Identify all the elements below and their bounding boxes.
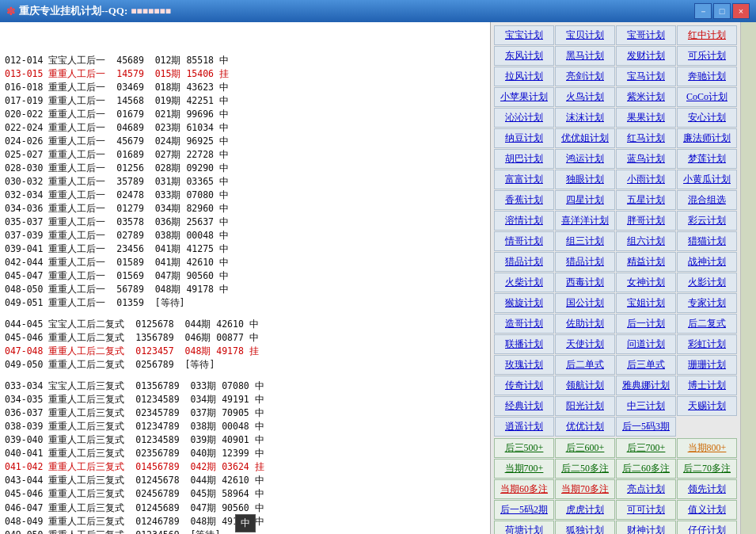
plan-link[interactable]: 独眼计划 (555, 170, 615, 189)
plan-link[interactable]: 可乐计划 (677, 46, 737, 66)
bottom-link-item[interactable]: 虎虎计划 (555, 500, 615, 520)
bottom-link-item[interactable]: 后三600+ (555, 438, 615, 458)
plan-link[interactable]: 后二单式 (555, 355, 615, 375)
plan-link[interactable]: 玫瑰计划 (494, 355, 554, 375)
plan-link[interactable]: 红马计划 (616, 128, 676, 148)
plan-link[interactable]: 蓝鸟计划 (616, 149, 676, 169)
bottom-link-item[interactable]: 亮点计划 (616, 479, 676, 499)
plan-link[interactable]: 黑马计划 (555, 46, 615, 66)
bottom-link-item[interactable]: 值义计划 (677, 500, 737, 520)
plan-text-area[interactable]: 012-014 宝宝人工后一 45689 012期 85518 中013-015… (0, 22, 490, 534)
plan-link[interactable]: 猎品计划 (555, 252, 615, 272)
plan-link[interactable]: 宝马计划 (616, 67, 676, 86)
bottom-link-item[interactable]: 后二70多注 (677, 459, 737, 479)
bottom-link-item[interactable]: 后二50多注 (555, 459, 615, 479)
plan-link[interactable]: 女神计划 (616, 273, 676, 292)
plan-link[interactable]: 后一计划 (616, 314, 676, 334)
plan-link[interactable]: 天使计划 (555, 334, 615, 354)
plan-link[interactable]: 小苹果计划 (494, 87, 554, 107)
plan-link[interactable]: 沫沫计划 (555, 108, 615, 128)
plan-link[interactable]: 果果计划 (616, 108, 676, 128)
plan-link[interactable]: 中三计划 (616, 396, 676, 416)
plan-link[interactable]: 后一5码3期 (616, 417, 676, 437)
plan-link[interactable]: 溶情计划 (494, 211, 554, 231)
plan-link[interactable]: 博士计划 (677, 376, 737, 395)
plan-link[interactable]: 经典计划 (494, 396, 554, 416)
plan-link[interactable]: 猎品计划 (494, 252, 554, 272)
plan-link[interactable]: CoCo计划 (677, 87, 737, 107)
right-panel[interactable]: 宝宝计划宝贝计划宝哥计划红中计划东风计划黑马计划发财计划可乐计划拉风计划亮剑计划… (491, 22, 740, 534)
bottom-link-item[interactable]: 后三700+ (616, 438, 676, 458)
plan-link[interactable]: 组三计划 (555, 231, 615, 251)
plan-link[interactable]: 亮剑计划 (555, 67, 615, 86)
bottom-link-item[interactable]: 领先计划 (677, 479, 737, 499)
plan-link[interactable]: 五星计划 (616, 190, 676, 210)
plan-link[interactable]: 沁沁计划 (494, 108, 554, 128)
bottom-link-item[interactable]: 荷塘计划 (494, 521, 554, 534)
minimize-button[interactable]: － (694, 3, 712, 19)
plan-link[interactable]: 组六计划 (616, 231, 676, 251)
plan-link[interactable]: 造哥计划 (494, 314, 554, 334)
bottom-link-item[interactable]: 可可计划 (616, 500, 676, 520)
plan-link[interactable]: 彩云计划 (677, 211, 737, 231)
plan-link[interactable]: 优优姐计划 (555, 128, 615, 148)
plan-link[interactable]: 喜洋洋计划 (555, 211, 615, 231)
plan-link[interactable]: 阳光计划 (555, 396, 615, 416)
plan-link[interactable]: 梦莲计划 (677, 149, 737, 169)
plan-link[interactable]: 火柴计划 (494, 273, 554, 292)
plan-link[interactable]: 廉法师计划 (677, 128, 737, 148)
plan-link[interactable]: 联播计划 (494, 334, 554, 354)
bottom-link-item[interactable]: 后一5码2期 (494, 500, 554, 520)
plan-link[interactable]: 传奇计划 (494, 376, 554, 395)
plan-link[interactable]: 优优计划 (555, 417, 615, 437)
plan-link[interactable]: 富富计划 (494, 170, 554, 189)
bottom-link-item[interactable]: 当期700+ (494, 459, 554, 479)
bottom-link-item[interactable]: 当期70多注 (555, 479, 615, 499)
close-button[interactable]: × (732, 3, 750, 19)
plan-link[interactable]: 国公计划 (555, 293, 615, 313)
plan-link[interactable]: 彩虹计划 (677, 334, 737, 354)
plan-link[interactable]: 混合组选 (677, 190, 737, 210)
bottom-link-item[interactable]: 后三500+ (494, 438, 554, 458)
plan-link[interactable]: 逍遥计划 (494, 417, 554, 437)
plan-link[interactable]: 雅典娜计划 (616, 376, 676, 395)
plan-link[interactable]: 后三单式 (616, 355, 676, 375)
plan-link[interactable]: 宝贝计划 (555, 25, 615, 45)
plan-link[interactable]: 拉风计划 (494, 67, 554, 86)
plan-link[interactable]: 佐助计划 (555, 314, 615, 334)
plan-link[interactable]: 安心计划 (677, 108, 737, 128)
plan-link[interactable]: 宝哥计划 (616, 25, 676, 45)
plan-link[interactable]: 纳豆计划 (494, 128, 554, 148)
plan-link[interactable]: 紫米计划 (616, 87, 676, 107)
plan-link[interactable]: 火鸟计划 (555, 87, 615, 107)
plan-link[interactable]: 情哥计划 (494, 231, 554, 251)
plan-link[interactable]: 胡巴计划 (494, 149, 554, 169)
plan-link[interactable]: 领航计划 (555, 376, 615, 395)
bottom-link-item[interactable]: 当期60多注 (494, 479, 554, 499)
plan-link[interactable]: 问道计划 (616, 334, 676, 354)
bottom-link-item[interactable]: 仔仔计划 (677, 521, 737, 534)
plan-link[interactable]: 火影计划 (677, 273, 737, 292)
plan-link[interactable]: 四星计划 (555, 190, 615, 210)
plan-link[interactable]: 后二复式 (677, 314, 737, 334)
maximize-button[interactable]: □ (713, 3, 731, 19)
plan-link[interactable]: 猎猫计划 (677, 231, 737, 251)
plan-link[interactable]: 小雨计划 (616, 170, 676, 189)
plan-link[interactable]: 珊珊计划 (677, 355, 737, 375)
bottom-link-item[interactable]: 狐独计划 (555, 521, 615, 534)
plan-link[interactable]: 战神计划 (677, 252, 737, 272)
plan-link[interactable]: 奔驰计划 (677, 67, 737, 86)
plan-link[interactable]: 鸿运计划 (555, 149, 615, 169)
bottom-link-item[interactable]: 财神计划 (616, 521, 676, 534)
plan-link[interactable]: 专家计划 (677, 293, 737, 313)
plan-link[interactable]: 天赐计划 (677, 396, 737, 416)
plan-link[interactable]: 胖哥计划 (616, 211, 676, 231)
bottom-link-item[interactable]: 当期800+ (677, 438, 737, 458)
bottom-link-item[interactable]: 后二60多注 (616, 459, 676, 479)
plan-link[interactable]: 东风计划 (494, 46, 554, 66)
plan-link[interactable]: 猴旋计划 (494, 293, 554, 313)
plan-link[interactable]: 西毒计划 (555, 273, 615, 292)
plan-link[interactable]: 小黄瓜计划 (677, 170, 737, 189)
plan-link[interactable]: 香蕉计划 (494, 190, 554, 210)
plan-link[interactable]: 精益计划 (616, 252, 676, 272)
